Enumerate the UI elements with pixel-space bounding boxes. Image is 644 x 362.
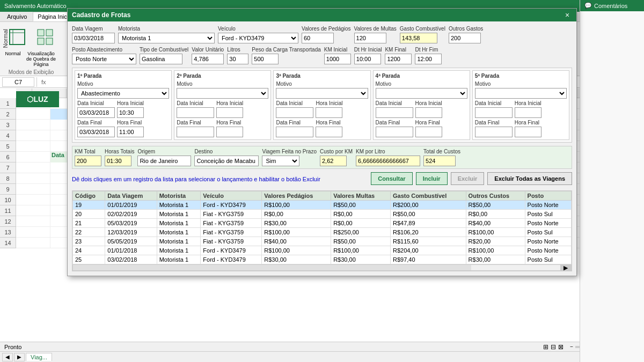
parada-4-hora-final-input[interactable] [415, 127, 442, 137]
parada-1-hora-inicial-group: Hora Inicial [117, 100, 144, 118]
data-viagem-input[interactable] [72, 33, 115, 43]
total-custos-input[interactable] [423, 156, 456, 166]
parada-1-hora-inicial-input[interactable] [117, 107, 144, 118]
table-horizontal-scrollbar[interactable]: ▶ [72, 264, 572, 271]
table-cell: R$0,00 [331, 210, 391, 219]
parada-1-data-inicial-input[interactable] [77, 107, 115, 118]
table-cell: R$100,00 [331, 246, 391, 255]
km-total-input[interactable] [75, 156, 101, 166]
table-row[interactable]: 2503/02/2018Motorista 1Ford - KYD3479R$3… [73, 255, 572, 264]
parada-2-hora-inicial-input[interactable] [216, 107, 243, 118]
motorista-select[interactable]: Motorista 1 [118, 33, 215, 43]
dt-hr-fim-input[interactable] [415, 54, 442, 64]
table-cell: R$50,00 [390, 210, 466, 219]
incluir-button[interactable]: Incluir [416, 172, 448, 185]
parada-4-data-final-input[interactable] [376, 127, 413, 137]
parada-4-hora-inicial-input[interactable] [415, 107, 442, 118]
parada-1-dates-inicial: Data Inicial Hora Inicial [77, 100, 169, 118]
table-cell: R$100,00 [466, 228, 525, 237]
table-row[interactable]: 2401/01/2018Motorista 1Ford - KYD3479R$1… [73, 246, 572, 255]
horas-totais-input[interactable] [105, 156, 131, 166]
table-cell: 01/01/2018 [105, 246, 157, 255]
custo-km-label: Custo por KM [320, 149, 353, 154]
parada-5-hora-final-input[interactable] [515, 127, 541, 137]
table-scroll[interactable]: Código Data Viagem Motorista Veículo Val… [72, 191, 572, 264]
outros-gastos-input[interactable] [449, 33, 481, 43]
excluir-button[interactable]: Excluir [451, 172, 485, 185]
gasto-combustivel-label: Gasto Combustível [400, 26, 445, 32]
dt-hr-inicial-label: Dt Hr Inicial [354, 47, 382, 53]
dialog-close-button[interactable]: × [562, 10, 572, 20]
table-row[interactable]: 2002/02/2019Motorista 1Fiat - KYG3759R$0… [73, 210, 572, 219]
parada-4-motivo-select[interactable] [376, 88, 467, 99]
parada-3-data-final-input[interactable] [276, 127, 313, 137]
table-cell: Motorista 1 [157, 255, 201, 264]
parada-5-motivo-select[interactable] [475, 88, 567, 99]
group-posto-abastecimento: Posto Abastecimento Posto Norte [72, 47, 136, 64]
group-valores-pedagios: Valores de Pedágios [302, 26, 351, 43]
parada-1: 1ª Parada Motivo Abastecimento Data Inic… [75, 70, 172, 140]
group-km-final: KM Final [385, 47, 412, 64]
table-body: 1901/01/2019Motorista 1Ford - KYD3479R$1… [73, 201, 572, 264]
parada-1-data-final-input[interactable] [77, 127, 115, 137]
table-cell: Motorista 1 [157, 228, 201, 237]
dt-hr-inicial-input[interactable] [354, 54, 381, 64]
table-cell: R$40,00 [262, 237, 331, 246]
parada-5-data-final-input[interactable] [475, 127, 513, 137]
valores-pedagios-input[interactable] [302, 33, 334, 43]
table-cell: 05/05/2019 [105, 237, 157, 246]
parada-1-motivo-select[interactable]: Abastecimento [77, 88, 169, 99]
destino-input[interactable] [194, 156, 259, 166]
litros-input[interactable] [227, 54, 248, 64]
table-row[interactable]: 2212/03/2019Motorista 1Fiat - KYG3759R$1… [73, 228, 572, 237]
consultar-button[interactable]: Consultar [371, 172, 412, 185]
tipo-combustivel-input[interactable] [140, 54, 182, 64]
parada-2-motivo-label: Motivo [177, 81, 268, 87]
parada-4-data-inicial-input[interactable] [376, 107, 413, 118]
excluir-todas-button[interactable]: Excluir Todas as Viagens [487, 172, 572, 185]
litros-label: Litros [227, 47, 248, 53]
km-final-input[interactable] [385, 54, 412, 64]
th-data-viagem: Data Viagem [105, 191, 157, 201]
parada-3-data-inicial-input[interactable] [276, 107, 313, 118]
parada-2-data-final-input[interactable] [177, 127, 214, 137]
table-row[interactable]: 2105/03/2019Motorista 1Fiat - KYG3759R$3… [73, 219, 572, 228]
table-cell: R$30,00 [331, 255, 391, 264]
km-litro-input[interactable] [356, 156, 420, 166]
origem-input[interactable] [137, 156, 191, 166]
parada-1-data-final-label: Data Final [77, 120, 115, 125]
valor-unitario-input[interactable] [192, 54, 224, 64]
table-cell: R$0,00 [262, 210, 331, 219]
parada-5-data-inicial-input[interactable] [475, 107, 513, 118]
gasto-combustivel-input[interactable] [400, 33, 437, 43]
valor-unitario-label: Valor Unitário [192, 47, 224, 53]
posto-abastecimento-select[interactable]: Posto Norte [72, 54, 136, 64]
valores-multas-input[interactable] [354, 33, 386, 43]
parada-2-hora-final-input[interactable] [216, 127, 243, 137]
group-km-litro: KM por Litro [356, 149, 420, 166]
parada-3-motivo-select[interactable] [276, 88, 368, 99]
parada-3-hora-inicial-input[interactable] [316, 107, 342, 118]
peso-carga-input[interactable] [252, 54, 279, 64]
parada-3-hora-final-input[interactable] [316, 127, 342, 137]
parada-2-data-inicial-input[interactable] [177, 107, 214, 118]
viagem-prazo-select[interactable]: Sim Não [262, 156, 299, 166]
parada-2-motivo-select[interactable] [177, 88, 268, 99]
parada-3: 3ª Parada Motivo Data Inicial Ho [273, 70, 370, 140]
paradas-container: 1ª Parada Motivo Abastecimento Data Inic… [72, 68, 572, 143]
table-row[interactable]: 1901/01/2019Motorista 1Ford - KYD3479R$1… [73, 201, 572, 210]
outros-gastos-label: Outros Gastos [449, 26, 483, 32]
parada-5-hora-inicial-input[interactable] [515, 107, 541, 118]
table-cell: R$30,00 [262, 255, 331, 264]
table-cell: 25 [73, 255, 105, 264]
parada-1-hora-final-input[interactable] [117, 127, 144, 137]
group-destino: Destino [194, 149, 259, 166]
veiculo-select[interactable]: Ford - KYD3479 [218, 33, 298, 43]
km-inicial-input[interactable] [324, 54, 351, 64]
table-row[interactable]: 2305/05/2019Motorista 1Fiat - KYG3759R$4… [73, 237, 572, 246]
hint-text: Dê dois cliques em um registro da lista … [72, 176, 320, 182]
km-inicial-label: KM Inicial [324, 47, 351, 53]
table-cell: 01/01/2019 [105, 201, 157, 210]
custo-km-input[interactable] [320, 156, 347, 166]
table-cell: R$100,00 [262, 246, 331, 255]
